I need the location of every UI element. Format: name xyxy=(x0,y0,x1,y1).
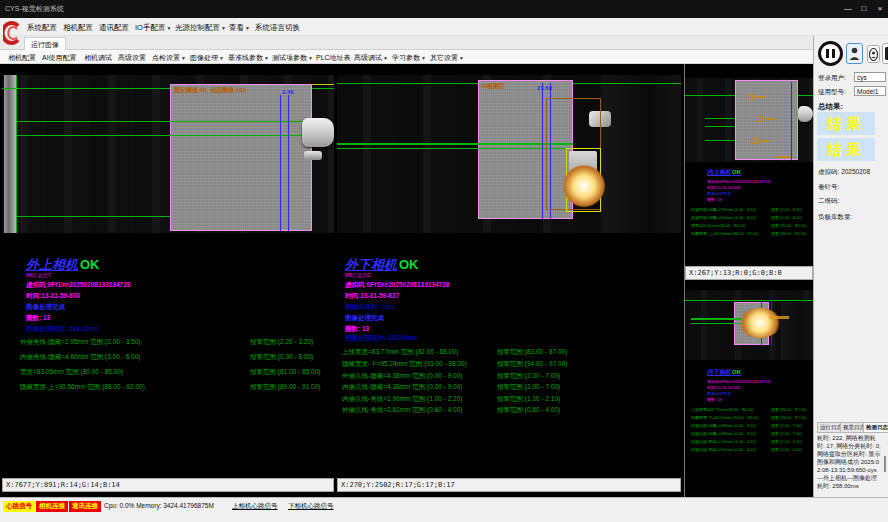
login-user-button[interactable] xyxy=(846,43,863,64)
measure-label-blue: 23.60 xyxy=(537,85,552,91)
camera-connection-badge: 相机连接 xyxy=(36,501,68,512)
measurement-value: 宽度=83.05mm (80.00 - 86.00) xyxy=(691,223,745,228)
measurement-alarm: 报警范围:(2.00 - 7.00) xyxy=(497,383,560,392)
exit-button[interactable] xyxy=(882,43,888,64)
camera-image-outer-upper[interactable]: 2.46 固定阈值:93, 动态阈值:100 xyxy=(2,75,334,233)
tool-ai-use-config[interactable]: AI使用配置 xyxy=(40,52,79,64)
person-icon xyxy=(849,47,860,60)
measurement-alarm: 报警范围:(94.00 - 97.00) xyxy=(497,360,567,369)
upper-camera-heartbeat-link[interactable]: 上相机心跳信号 xyxy=(232,502,278,511)
tool-spot-check[interactable]: 点检设置▼ xyxy=(150,52,188,64)
tab-run-image[interactable]: 运行图像 xyxy=(24,37,66,50)
measurement-value: 外侧点线-壳线=2.61mm (0.60 - 4.00) xyxy=(691,447,756,452)
measurement-value: 上线宽度=83.77mm 范围:(82.00 - 88.00) xyxy=(342,348,458,357)
camera-image-inner-lower[interactable] xyxy=(685,290,813,360)
camera-image-outer-lower[interactable]: AI检测区 23.60 xyxy=(337,75,681,233)
tool-learning-params[interactable]: 学习参数▼ xyxy=(390,52,428,64)
menu-item-light-control[interactable]: 光源控制配置▼ xyxy=(172,21,229,35)
measurement-value: 外侧点线-隐藏=4.38mm (0.00 - 9.00) xyxy=(691,423,756,428)
tool-plc-address-table[interactable]: PLC地址表 xyxy=(314,52,353,64)
maximize-icon[interactable]: □ xyxy=(856,2,872,15)
tool-camera-config[interactable]: 相机配置 xyxy=(6,52,38,64)
close-icon[interactable]: × xyxy=(872,2,888,15)
overlay-done: 图像处理完成 xyxy=(707,391,731,396)
overlay-count: 圈数: 13 xyxy=(26,314,50,323)
metal-sliver xyxy=(304,151,322,160)
menu-item-comm-config[interactable]: 通讯配置 xyxy=(96,21,132,35)
tool-baseline-params[interactable]: 基准线参数▼ xyxy=(226,52,271,64)
measurement-alarm: 报警:(89.00 - 91.00) xyxy=(771,231,806,236)
camera-result-title: 内上相机OK xyxy=(707,168,741,177)
tool-test-params[interactable]: 测试项参数▼ xyxy=(270,52,315,64)
overlay-subtitle: M6汇总①T xyxy=(26,272,51,278)
model-label: 使用型号: xyxy=(818,88,846,97)
chevron-down-icon: ▼ xyxy=(219,55,224,61)
login-user-field[interactable]: cys xyxy=(854,72,886,82)
camera-result-title: 内下相机OK xyxy=(707,368,741,377)
measurement-alarm: 报警范围:(89.00 - 91.00) xyxy=(250,383,320,392)
measurement-value: 宽度=83.05mm 范围:(80.00 - 86.00) xyxy=(20,368,123,377)
tool-other-settings[interactable]: 其它设置▼ xyxy=(428,52,466,64)
log-scrollbar[interactable] xyxy=(884,456,886,472)
measurement-value: 外侧点线-壳线=2.61mm 范围:(0.60 - 4.00) xyxy=(342,406,462,415)
overlay-subtitle: M6汇总①D xyxy=(345,272,371,278)
tool-image-processing[interactable]: 图像处理▼ xyxy=(188,52,226,64)
tab-row: 运行图像 xyxy=(0,36,888,50)
menu-item-system-config[interactable]: 系统配置 xyxy=(24,21,60,35)
measurement-value: 外侧壳线-隐藏=2.95mm 范围:(2.00 - 3.50) xyxy=(20,338,140,347)
login-user-label: 登录用户: xyxy=(818,74,846,83)
measurement-alarm: 报警范围:(83.00 - 87.00) xyxy=(497,348,567,357)
overlay-count: 圈数: 13 xyxy=(345,325,369,334)
overlay-count: 圈数: 13 xyxy=(707,197,722,202)
camera-image-inner-upper[interactable] xyxy=(685,78,813,162)
menu-item-view[interactable]: 查看▼ xyxy=(226,21,253,35)
overlay-code: 虚拟码:0Ff1ire20250208133134728 xyxy=(707,379,770,384)
roi-rect-pink xyxy=(735,80,798,160)
measurement-value: 隐藏宽度-下=95.24mm 范围:(93.00 - 98.00) xyxy=(342,360,467,369)
app-logo-icon xyxy=(3,20,20,46)
overlay-time: 时间:13-31-59-608 xyxy=(707,185,740,190)
pause-button[interactable] xyxy=(818,41,843,66)
door-arrow-icon xyxy=(884,46,888,61)
menu-item-camera-config[interactable]: 相机配置 xyxy=(60,21,96,35)
heartbeat-badge: 心跳信号 xyxy=(3,501,35,512)
measurement-alarm: 报警范围:(81.00 - 85.00) xyxy=(250,368,320,377)
camera-view-outer-upper: 2.46 固定阈值:93, 动态阈值:100 外上相机OK M6汇总①T 虚拟码… xyxy=(2,64,334,492)
chevron-down-icon: ▼ xyxy=(166,25,171,31)
chevron-down-icon: ▼ xyxy=(245,25,250,31)
qr-code-label: 二维码: xyxy=(818,197,839,206)
measurement-alarm: 报警:(81.00 - 85.00) xyxy=(771,223,806,228)
person-oval-icon xyxy=(869,48,878,61)
pixel-coordinate-status: X:267;Y:13;R:0;G:0;B:0 xyxy=(685,266,813,280)
camera-view-inner-upper: 内上相机OK 虚拟码:0Ff1ire20250208133134728 时间:1… xyxy=(685,64,813,280)
overlay-done: 图像处理完成 xyxy=(345,314,384,323)
chevron-down-icon: ▼ xyxy=(459,55,464,61)
menu-item-language-switch[interactable]: 系统语言切换 xyxy=(252,21,303,35)
tool-camera-debug[interactable]: 相机调试 xyxy=(82,52,114,64)
tool-advanced-settings[interactable]: 高级设置 xyxy=(116,52,148,64)
measurement-value: 隐藏宽度-上=90.56mm (88.00 - 92.00) xyxy=(691,231,759,236)
menu-item-io-config[interactable]: IO手配置▼ xyxy=(132,21,174,35)
overlay-code: 虚拟码:0Ff1ire20250208133134728 xyxy=(345,281,449,290)
minimize-icon[interactable]: — xyxy=(840,2,856,15)
overlay-done: 图像处理完成 xyxy=(707,191,731,196)
edge-strip xyxy=(4,75,16,233)
chevron-down-icon: ▼ xyxy=(181,55,186,61)
measurement-alarm: 报警范围:(1.10 - 2.10) xyxy=(497,395,560,404)
virtual-code-label: 虚拟码: 20250208 xyxy=(818,168,870,177)
lower-camera-heartbeat-link[interactable]: 下相机心跳信号 xyxy=(288,502,334,511)
tab-detect-log[interactable]: 检测日志 xyxy=(863,422,888,433)
chevron-down-icon: ▼ xyxy=(421,55,426,61)
measure-label-blue: 2.46 xyxy=(282,89,294,95)
comm-connection-badge: 通讯连接 xyxy=(69,501,101,512)
model-field[interactable]: Model1 xyxy=(854,86,886,96)
status-bar: 心跳信号 相机连接 通讯连接 Cpu: 0.0% Memory: 3424.41… xyxy=(0,497,888,522)
operator-button[interactable] xyxy=(867,45,880,63)
camera-view-outer-lower: AI检测区 23.60 外下相机OK M6汇总①D 虚拟码:0Ff1ire202… xyxy=(337,64,681,492)
title-bar: CYS-视觉检测系统 — □ × xyxy=(0,0,888,18)
metal-part xyxy=(302,118,334,147)
weld-glow xyxy=(563,165,605,207)
result-badge: 结果 xyxy=(817,138,875,161)
tool-advanced-debug[interactable]: 高级调试▼ xyxy=(352,52,390,64)
total-result-label: 总结果: xyxy=(818,102,843,112)
